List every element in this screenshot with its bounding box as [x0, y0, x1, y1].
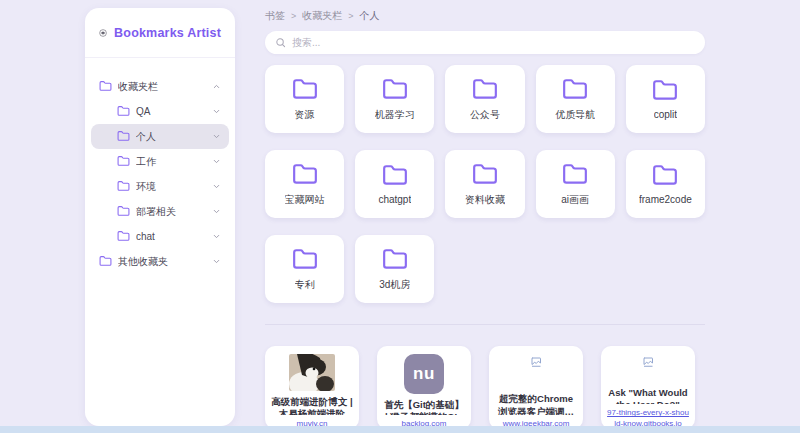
- bottom-window-edge: [0, 426, 800, 433]
- sidebar-item-label: QA: [136, 106, 206, 117]
- folder-icon: [472, 162, 498, 188]
- folder-name: 机器学习: [375, 108, 415, 122]
- search-bar: [265, 31, 705, 54]
- bookmark-thumbnail: [289, 354, 335, 391]
- sidebar-item-chat[interactable]: chat: [91, 224, 229, 249]
- chevron-down-icon[interactable]: [212, 257, 221, 266]
- chevron-down-icon[interactable]: [212, 132, 221, 141]
- sidebar-item-label: 工作: [136, 155, 206, 169]
- folder-icon: [117, 130, 130, 143]
- breadcrumb-item-personal[interactable]: 个人: [360, 9, 380, 23]
- folder-tree: 收藏夹栏 QA 个人 工作 环境: [85, 58, 235, 274]
- folder-icon: [117, 105, 130, 118]
- section-divider: [265, 324, 705, 325]
- app-logo: Bookmarks Artist: [85, 8, 235, 58]
- folder-name: frame2code: [639, 194, 692, 205]
- folder-icon: [472, 77, 498, 103]
- nu-logo-text: nu: [413, 364, 435, 384]
- folder-icon: [117, 155, 130, 168]
- breadcrumb-item-bookmarks[interactable]: 书签: [265, 9, 285, 23]
- folder-icon: [117, 230, 130, 243]
- sidebar-item-environment[interactable]: 环境: [91, 174, 229, 199]
- folder-card-treasure-sites[interactable]: 宝藏网站: [265, 150, 344, 218]
- sidebar-item-label: 个人: [136, 130, 206, 144]
- folder-name: 专利: [295, 278, 315, 292]
- folder-name: chatgpt: [378, 194, 411, 205]
- folder-card-coplit[interactable]: coplit: [626, 65, 705, 133]
- nu-logo: nu: [404, 354, 444, 394]
- folder-icon: [99, 80, 112, 93]
- folder-icon: [652, 78, 678, 104]
- main-content: 书签 > 收藏夹栏 > 个人 资源 机器学习 公众号: [265, 0, 705, 429]
- folder-card-frame2code[interactable]: frame2code: [626, 150, 705, 218]
- sidebar-item-label: 部署相关: [136, 205, 206, 219]
- bookmark-title: 高级前端进阶博文 | 木易杨前端进阶: [271, 396, 353, 415]
- folder-card-patent[interactable]: 专利: [265, 235, 344, 303]
- folder-icon: [99, 255, 112, 268]
- breadcrumb-item-bookmarks-bar[interactable]: 收藏夹栏: [302, 9, 342, 23]
- folder-name: 宝藏网站: [285, 193, 325, 207]
- folder-name: 优质导航: [555, 108, 595, 122]
- folder-card-ziyuan[interactable]: 资源: [265, 65, 344, 133]
- bookmark-title: 超完整的Chrome浏览器客户端调试大全 | ...: [495, 393, 577, 414]
- bookmark-list: 高级前端进阶博文 | 木易杨前端进阶 muyiy.cn nu 首先【Git的基础…: [265, 346, 705, 429]
- folder-icon: [292, 162, 318, 188]
- folder-card-ziliao[interactable]: 资料收藏: [445, 150, 524, 218]
- folder-card-chatgpt[interactable]: chatgpt: [355, 150, 434, 218]
- bookmark-card-muyiy[interactable]: 高级前端进阶博文 | 木易杨前端进阶 muyiy.cn: [265, 346, 359, 429]
- bookmarks-app: Bookmarks Artist 收藏夹栏 QA 个人 工作: [0, 0, 800, 433]
- folder-card-gongzhonghao[interactable]: 公众号: [445, 65, 524, 133]
- sidebar-item-label: 其他收藏夹: [118, 255, 206, 269]
- breadcrumb: 书签 > 收藏夹栏 > 个人: [265, 9, 705, 23]
- bookmark-card-backlog-git[interactable]: nu 首先【Git的基础】 | 猴子都能懂的GIT入门 |.. backlog.…: [377, 346, 471, 429]
- bookmark-thumbnail: nu: [404, 354, 444, 394]
- breadcrumb-separator: >: [291, 11, 296, 21]
- bookmark-card-chrome-debug[interactable]: 超完整的Chrome浏览器客户端调试大全 | ... www.igeekbar.…: [489, 346, 583, 429]
- sidebar-item-other-bookmarks[interactable]: 其他收藏夹: [91, 249, 229, 274]
- sidebar-item-qa[interactable]: QA: [91, 99, 229, 124]
- sidebar-item-bookmarks-bar[interactable]: 收藏夹栏: [91, 74, 229, 99]
- broken-image-icon: [530, 356, 542, 368]
- dog-photo-image: [289, 354, 335, 391]
- broken-image-icon: [642, 356, 654, 368]
- folder-icon: [652, 163, 678, 189]
- chevron-down-icon[interactable]: [212, 157, 221, 166]
- chevron-down-icon[interactable]: [212, 232, 221, 241]
- folder-name: 资源: [295, 108, 315, 122]
- sidebar-item-label: 环境: [136, 180, 206, 194]
- folder-icon: [292, 247, 318, 273]
- sidebar-item-personal[interactable]: 个人: [91, 124, 229, 149]
- folder-grid: 资源 机器学习 公众号 优质导航 coplit 宝藏网站: [265, 65, 705, 303]
- chevron-up-icon[interactable]: [212, 82, 221, 91]
- folder-icon: [382, 77, 408, 103]
- sidebar-item-label: 收藏夹栏: [118, 80, 206, 94]
- chevron-down-icon[interactable]: [212, 182, 221, 191]
- folder-card-ai-painting[interactable]: ai画画: [536, 150, 615, 218]
- bookmark-thumbnail: [642, 354, 654, 382]
- sidebar-item-work[interactable]: 工作: [91, 149, 229, 174]
- bookmark-card-97-things[interactable]: Ask "What Would the User Do?" (You Are..…: [601, 346, 695, 429]
- folder-card-machine-learning[interactable]: 机器学习: [355, 65, 434, 133]
- folder-icon: [382, 163, 408, 189]
- folder-icon: [292, 77, 318, 103]
- folder-name: 资料收藏: [465, 193, 505, 207]
- chevron-down-icon[interactable]: [212, 107, 221, 116]
- folder-card-quality-nav[interactable]: 优质导航: [536, 65, 615, 133]
- chevron-down-icon[interactable]: [212, 207, 221, 216]
- app-title: Bookmarks Artist: [114, 26, 221, 40]
- logo-icon: [99, 22, 107, 44]
- folder-name: ai画画: [561, 193, 589, 207]
- sidebar-item-label: chat: [136, 231, 206, 242]
- folder-card-3d-room[interactable]: 3d机房: [355, 235, 434, 303]
- folder-name: 3d机房: [379, 278, 410, 292]
- folder-icon: [382, 247, 408, 273]
- breadcrumb-separator: >: [348, 11, 353, 21]
- sidebar-item-deploy[interactable]: 部署相关: [91, 199, 229, 224]
- folder-icon: [562, 77, 588, 103]
- search-icon: [275, 37, 286, 48]
- folder-name: coplit: [654, 109, 677, 120]
- search-input[interactable]: [292, 37, 695, 48]
- folder-icon: [117, 180, 130, 193]
- bookmark-thumbnail: [530, 354, 542, 388]
- bookmark-title: Ask "What Would the User Do?" (You Are..…: [607, 387, 689, 404]
